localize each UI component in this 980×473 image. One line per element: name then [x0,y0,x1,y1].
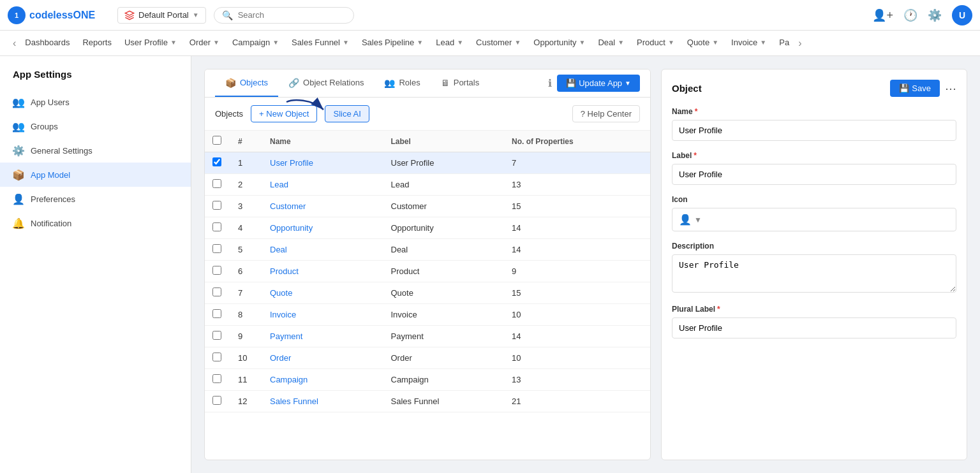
table-row[interactable]: 6 Product Product 9 [205,261,650,282]
objects-tab-icon: 📦 [225,78,236,88]
row-name-link[interactable]: Payment [270,331,302,341]
row-name-link[interactable]: Lead [270,180,288,189]
row-name-link[interactable]: Campaign [270,375,308,384]
table-row[interactable]: 7 Quote Quote 15 [205,282,650,304]
settings-icon[interactable]: ⚙️ [928,8,942,22]
portal-selector[interactable]: Default Portal ▼ [117,7,206,24]
row-properties: 15 [504,196,650,217]
search-input[interactable] [238,10,340,20]
nav-item-opportunity[interactable]: Opportunity ▼ [527,31,591,56]
history-icon[interactable]: 🕐 [903,8,917,22]
app-model-icon: 📦 [13,169,24,180]
more-options-button[interactable]: ⋯ [945,82,956,96]
nav-item-deal[interactable]: Deal ▼ [591,31,630,56]
preferences-icon: 👤 [13,193,24,205]
row-checkbox[interactable] [212,222,221,231]
row-checkbox[interactable] [212,179,221,188]
nav-item-order[interactable]: Order ▼ [183,31,226,56]
row-properties: 7 [504,152,650,174]
table-row[interactable]: 10 Order Order 10 [205,347,650,369]
row-checkbox[interactable] [212,201,221,210]
avatar[interactable]: U [952,5,972,25]
row-properties: 13 [504,369,650,391]
slice-ai-button[interactable]: Slice AI [325,105,369,122]
row-name-link[interactable]: Opportunity [270,223,313,233]
header-icons: 👤+ 🕐 ⚙️ U [872,5,972,25]
nav-item-user-profile[interactable]: User Profile ▼ [118,31,183,56]
table-row[interactable]: 9 Payment Payment 14 [205,326,650,347]
table-row[interactable]: 3 Customer Customer 15 [205,196,650,217]
row-name-link[interactable]: Sales Funnel [270,397,318,406]
nav-item-reports[interactable]: Reports [76,31,118,56]
update-app-chevron-icon: ▼ [625,80,631,87]
sidebar-item-groups[interactable]: 👥 Groups [0,114,191,138]
nav-item-sales-pipeline[interactable]: Sales Pipeline ▼ [355,31,429,56]
sidebar-item-preferences[interactable]: 👤 Preferences [0,187,191,211]
table-row[interactable]: 2 Lead Lead 13 [205,174,650,196]
row-name-link[interactable]: Order [270,353,291,363]
th-name: Name [262,131,383,152]
row-number: 3 [230,196,262,217]
nav-item-dashboards[interactable]: Dashboards [19,31,76,56]
row-checkbox[interactable] [212,374,221,383]
table-row[interactable]: 8 Invoice Invoice 10 [205,304,650,326]
nav-item-product[interactable]: Product ▼ [630,31,681,56]
new-object-button[interactable]: + New Object [251,105,317,122]
nav-item-pa[interactable]: Pa [773,31,796,56]
update-app-button[interactable]: 💾 Update App ▼ [557,75,640,92]
sidebar-item-app-users[interactable]: 👥 App Users [0,90,191,114]
plural-label-field-group: Plural Label * [672,305,956,338]
row-name-link[interactable]: Deal [270,245,287,254]
tab-portals[interactable]: 🖥 Portals [431,69,489,97]
table-row[interactable]: 4 Opportunity Opportunity 14 [205,217,650,239]
table-row[interactable]: 5 Deal Deal 14 [205,239,650,261]
sidebar-item-app-model[interactable]: 📦 App Model [0,163,191,187]
row-properties: 15 [504,282,650,304]
row-checkbox[interactable] [212,309,221,318]
slice-ai-wrapper: Slice AI [325,105,369,122]
tab-object-relations[interactable]: 🔗 Object Relations [278,69,374,97]
icon-selector[interactable]: 👤 ▼ [672,208,956,231]
description-textarea[interactable] [672,254,956,293]
row-name-link[interactable]: User Profile [270,158,313,168]
table-row[interactable]: 1 User Profile User Profile 7 [205,152,650,174]
table-row[interactable]: 12 Sales Funnel Sales Funnel 21 [205,391,650,412]
row-name-link[interactable]: Customer [270,201,306,211]
row-label: Customer [383,196,505,217]
select-all-checkbox[interactable] [212,136,221,145]
row-name-link[interactable]: Quote [270,288,292,298]
label-input[interactable] [672,164,956,185]
row-checkbox[interactable] [212,157,221,166]
nav-item-sales-funnel[interactable]: Sales Funnel ▼ [285,31,355,56]
info-button[interactable]: ℹ [548,77,552,89]
nav-right-arrow[interactable]: › [796,38,804,49]
name-input[interactable] [672,120,956,141]
row-checkbox[interactable] [212,396,221,405]
row-checkbox[interactable] [212,266,221,275]
row-properties: 10 [504,347,650,369]
row-name-link[interactable]: Invoice [270,310,296,319]
row-checkbox[interactable] [212,353,221,361]
save-button[interactable]: 💾 Save [890,80,940,97]
table-row[interactable]: 11 Campaign Campaign 13 [205,369,650,391]
row-checkbox[interactable] [212,287,221,296]
row-number: 7 [230,282,262,304]
portals-tab-icon: 🖥 [441,78,450,88]
help-center-button[interactable]: ? Help Center [572,105,640,122]
row-checkbox[interactable] [212,244,221,253]
search-bar[interactable]: 🔍 [214,7,354,24]
nav-left-arrow[interactable]: ‹ [10,38,19,49]
tab-objects[interactable]: 📦 Objects [215,69,278,97]
nav-item-invoice[interactable]: Invoice ▼ [725,31,773,56]
nav-item-lead[interactable]: Lead ▼ [429,31,470,56]
sidebar-item-general-settings[interactable]: ⚙️ General Settings [0,138,191,163]
row-checkbox[interactable] [212,331,221,340]
nav-item-campaign[interactable]: Campaign ▼ [226,31,285,56]
row-name-link[interactable]: Product [270,266,299,276]
plural-label-input[interactable] [672,317,956,338]
add-user-icon[interactable]: 👤+ [872,8,893,22]
nav-item-customer[interactable]: Customer ▼ [470,31,527,56]
sidebar-item-notification[interactable]: 🔔 Notification [0,211,191,235]
nav-item-quote[interactable]: Quote ▼ [681,31,725,56]
tab-roles[interactable]: 👥 Roles [374,69,430,97]
